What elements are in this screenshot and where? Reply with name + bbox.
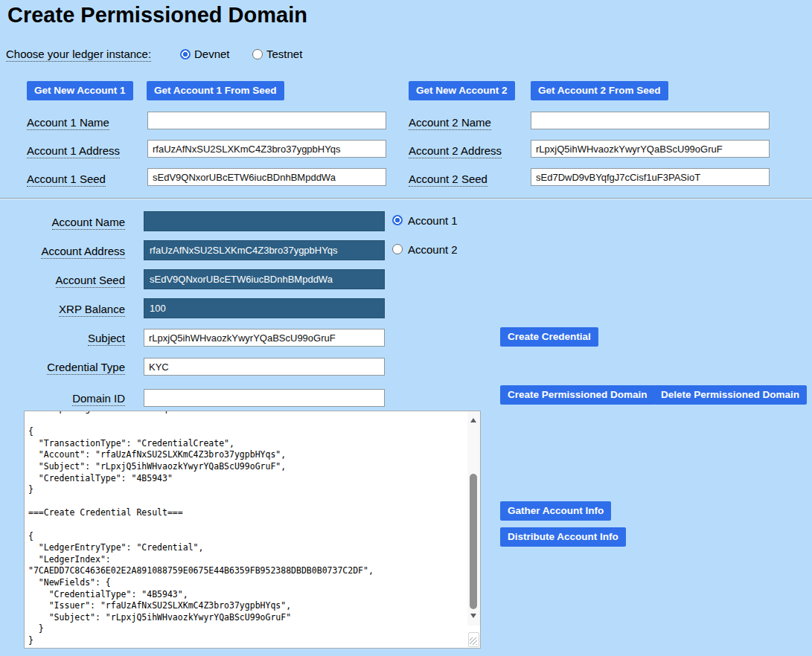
account2-seed-input[interactable]	[531, 168, 770, 186]
domain-id-input[interactable]	[144, 389, 385, 407]
xrp-balance-label-wrap: XRP Balance	[0, 303, 125, 315]
subject-input[interactable]	[144, 329, 385, 347]
account2-select-label[interactable]: Account 2	[408, 243, 458, 256]
account1-name-label: Account 1 Name	[27, 116, 109, 130]
account1-seed-label: Account 1 Seed	[27, 173, 106, 187]
testnet-radio[interactable]	[252, 49, 263, 60]
get-new-account1-button[interactable]: Get New Account 1	[27, 81, 133, 100]
get-account1-from-seed-button[interactable]: Get Account 1 From Seed	[147, 81, 284, 100]
resize-grip-lines	[470, 637, 477, 645]
create-credential-button[interactable]: Create Credential	[500, 327, 598, 347]
credential-type-label: Credential Type	[47, 361, 125, 375]
devnet-radio[interactable]	[180, 49, 191, 60]
scrollbar-thumb[interactable]	[470, 474, 477, 609]
account-name-input[interactable]	[144, 211, 385, 231]
domain-id-label: Domain ID	[72, 392, 125, 406]
scroll-down-icon[interactable]	[470, 614, 476, 618]
get-account2-from-seed-button[interactable]: Get Account 2 From Seed	[531, 81, 668, 100]
delete-permissioned-domain-button[interactable]: Delete Permissioned Domain	[653, 385, 807, 405]
scrollbar-track[interactable]	[467, 411, 480, 626]
resize-grip-icon[interactable]	[468, 632, 479, 647]
subject-label: Subject	[88, 332, 125, 346]
account1-address-label: Account 1 Address	[27, 144, 120, 158]
distribute-account-info-button[interactable]: Distribute Account Info	[500, 527, 626, 547]
account1-address-input[interactable]	[147, 140, 386, 158]
xrp-balance-label: XRP Balance	[59, 303, 125, 317]
account-seed-label-wrap: Account Seed	[0, 274, 125, 286]
account-address-label: Account Address	[41, 245, 125, 259]
account-address-input[interactable]	[144, 240, 385, 260]
credential-type-input[interactable]	[144, 358, 385, 376]
account2-name-label: Account 2 Name	[409, 116, 491, 130]
account-seed-input[interactable]	[144, 269, 385, 289]
get-new-account2-button[interactable]: Get New Account 2	[409, 81, 515, 100]
page-title: Create Permissioned Domain	[7, 3, 307, 28]
account2-seed-label: Account 2 Seed	[409, 173, 487, 187]
subject-label-wrap: Subject	[0, 332, 125, 344]
xrp-balance-input[interactable]	[144, 298, 385, 318]
account-seed-label: Account Seed	[56, 274, 125, 288]
devnet-radio-label[interactable]: Devnet	[194, 48, 230, 60]
gather-account-info-button[interactable]: Gather Account Info	[500, 501, 611, 521]
account-name-label: Account Name	[52, 216, 125, 230]
create-permissioned-domain-button[interactable]: Create Permissioned Domain	[500, 385, 655, 405]
account-address-label-wrap: Account Address	[0, 245, 125, 257]
ledger-instance-label: Choose your ledger instance:	[6, 48, 151, 62]
domain-id-label-wrap: Domain ID	[0, 392, 125, 405]
account1-name-input[interactable]	[147, 112, 386, 129]
account2-address-input[interactable]	[531, 140, 770, 158]
result-log: ===Preparing Credential Request=== { "Tr…	[28, 411, 467, 646]
result-textarea[interactable]: ===Preparing Credential Request=== { "Tr…	[24, 411, 481, 649]
account2-select-radio[interactable]	[392, 244, 403, 254]
account-name-label-wrap: Account Name	[0, 216, 125, 228]
account1-select-radio[interactable]	[392, 215, 403, 225]
account2-address-label: Account 2 Address	[409, 144, 502, 158]
section-divider	[0, 198, 812, 199]
account1-select-label[interactable]: Account 1	[408, 214, 458, 227]
account2-name-input[interactable]	[531, 112, 770, 129]
account1-seed-input[interactable]	[147, 168, 386, 186]
testnet-radio-label[interactable]: Testnet	[266, 48, 302, 60]
scroll-up-icon[interactable]	[470, 418, 476, 422]
credential-type-label-wrap: Credential Type	[0, 361, 125, 373]
